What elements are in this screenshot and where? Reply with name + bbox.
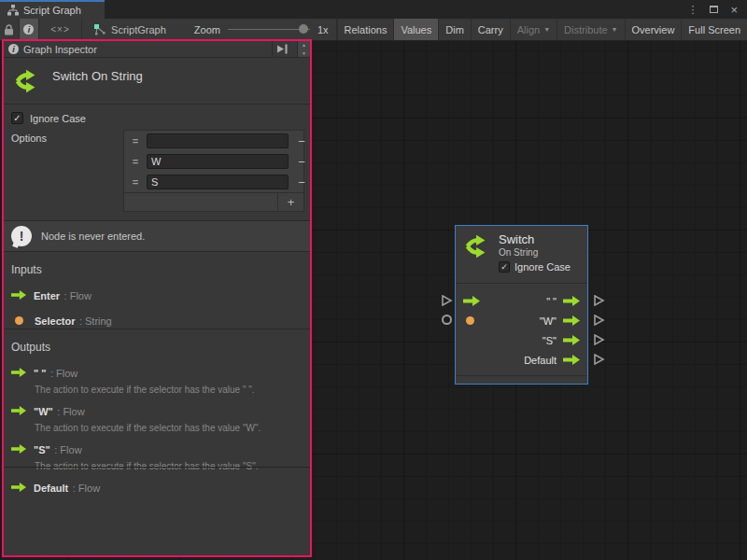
flow-arrow-icon xyxy=(11,444,26,454)
flow-arrow-icon xyxy=(11,406,26,415)
remove-option-button[interactable]: − xyxy=(289,175,315,189)
node-output-label: " " xyxy=(546,296,557,307)
node-port-row: Default xyxy=(463,350,580,370)
option-input[interactable] xyxy=(147,175,289,189)
relations-button[interactable]: Relations xyxy=(337,19,395,40)
ignore-case-checkbox[interactable]: ✓ xyxy=(11,112,23,124)
drag-handle-icon[interactable]: = xyxy=(124,135,147,147)
lock-button[interactable] xyxy=(0,19,20,40)
zoom-label: Zoom xyxy=(194,24,220,35)
external-flow-output-stub[interactable] xyxy=(593,315,605,326)
flow-output-port[interactable] xyxy=(563,315,580,326)
script-graph-window: Script Graph ⋮ × i <×> xyxy=(0,0,747,560)
zoom-slider[interactable] xyxy=(228,29,310,30)
switch-icon xyxy=(13,67,41,95)
node-port-row: " " xyxy=(463,291,580,311)
dim-button[interactable]: Dim xyxy=(439,19,472,40)
inspector-header: i Graph Inspector ▲ ▼ xyxy=(4,41,310,58)
node-output-label: "S" xyxy=(543,335,557,346)
output-port-row: "S" : Flow xyxy=(11,441,303,457)
output-port-row: "W" : Flow xyxy=(11,402,303,419)
dock-panel-button[interactable] xyxy=(272,41,292,57)
flow-output-port[interactable] xyxy=(563,296,580,306)
external-flow-output-stub[interactable] xyxy=(593,354,605,365)
external-flow-output-stub[interactable] xyxy=(593,334,605,345)
warning-box: ! Node is never entered. xyxy=(4,220,310,252)
flow-input-port[interactable] xyxy=(463,296,480,306)
outputs-section: Outputs " " : Flow The action to execute… xyxy=(4,329,310,467)
add-option-button[interactable]: + xyxy=(277,193,303,211)
switch-on-string-node[interactable]: Switch On String ✓ Ignore Case " " xyxy=(455,225,588,385)
values-button[interactable]: Values xyxy=(394,19,439,40)
close-icon[interactable]: × xyxy=(730,4,738,16)
flow-arrow-icon xyxy=(11,368,26,377)
ignore-case-row: ✓ Ignore Case xyxy=(11,112,303,124)
option-input[interactable] xyxy=(147,154,289,169)
zoom-control: Zoom 1x xyxy=(176,19,337,40)
output-port-description: The action to execute if the selector ha… xyxy=(35,385,303,396)
graph-hierarchy-icon xyxy=(7,5,19,16)
inspector-title-row: Switch On String xyxy=(4,58,310,105)
carry-button[interactable]: Carry xyxy=(472,19,511,40)
output-port-row: " " : Flow xyxy=(11,364,303,381)
code-view-button[interactable]: <×> xyxy=(39,19,82,40)
drag-handle-icon[interactable]: = xyxy=(124,176,147,188)
inspector-empty-area xyxy=(4,467,310,555)
inspector-node-title: Switch On String xyxy=(52,69,143,96)
warning-text: Node is never entered. xyxy=(41,231,145,242)
option-input[interactable] xyxy=(147,133,289,148)
inspector-header-title: Graph Inspector xyxy=(23,44,267,55)
input-port-row: Selector : String xyxy=(11,312,303,329)
selector-input-port[interactable] xyxy=(466,316,474,325)
inspector-form: ✓ Ignore Case Options = − = xyxy=(4,105,310,220)
node-ignore-case-checkbox[interactable]: ✓ xyxy=(499,261,510,273)
tab-title: Script Graph xyxy=(23,5,81,16)
node-port-row: "W" xyxy=(463,311,580,330)
remove-option-button[interactable]: − xyxy=(289,155,315,169)
node-title: Switch xyxy=(499,232,538,246)
node-body: " " "W" "S" xyxy=(456,284,587,375)
options-list-footer: + xyxy=(124,192,303,211)
spinner-up-icon[interactable]: ▲ xyxy=(298,41,310,49)
node-header[interactable]: Switch On String ✓ Ignore Case xyxy=(456,226,587,284)
node-output-label: "W" xyxy=(540,315,557,327)
dock-icon xyxy=(276,44,289,54)
external-flow-input-stub[interactable] xyxy=(441,295,453,306)
graph-toolbar: i <×> ScriptGraph Zoom 1x Relations Valu… xyxy=(0,19,747,41)
caret-down-icon: ▼ xyxy=(543,26,550,33)
input-port-row: Enter : Flow xyxy=(11,287,303,303)
spinner-down-icon[interactable]: ▼ xyxy=(298,49,310,58)
maximize-icon[interactable] xyxy=(710,6,718,13)
external-selector-input-stub[interactable] xyxy=(442,315,452,325)
breadcrumb[interactable]: ScriptGraph xyxy=(82,19,176,40)
outputs-header: Outputs xyxy=(11,341,303,354)
distribute-button[interactable]: Distribute▼ xyxy=(557,19,625,40)
inputs-header: Inputs xyxy=(11,263,303,276)
graph-inspector-panel: i Graph Inspector ▲ ▼ Switch On String xyxy=(2,39,312,557)
node-port-row: "S" xyxy=(463,330,580,350)
output-port-description: The action to execute if the selector ha… xyxy=(35,423,303,434)
info-icon: i xyxy=(23,24,34,35)
breadcrumb-label: ScriptGraph xyxy=(111,24,166,35)
drag-handle-icon[interactable]: = xyxy=(124,156,147,167)
overview-button[interactable]: Overview xyxy=(626,19,683,40)
flow-output-port[interactable] xyxy=(563,355,580,365)
zoom-value: 1x xyxy=(317,24,329,35)
flow-arrow-icon xyxy=(11,290,26,300)
align-button[interactable]: Align▼ xyxy=(511,19,557,40)
zoom-slider-handle[interactable] xyxy=(299,24,308,34)
external-flow-output-stub[interactable] xyxy=(593,295,605,306)
remove-option-button[interactable]: − xyxy=(289,134,315,148)
panel-spinner[interactable]: ▲ ▼ xyxy=(297,41,310,57)
code-icon: <×> xyxy=(50,24,70,35)
info-icon: i xyxy=(8,44,19,54)
fullscreen-button[interactable]: Full Screen xyxy=(682,19,747,40)
flow-output-port[interactable] xyxy=(563,335,580,345)
script-graph-icon xyxy=(93,23,106,35)
string-port-icon xyxy=(15,316,23,325)
tab-script-graph[interactable]: Script Graph xyxy=(0,0,105,19)
window-menu-icon[interactable]: ⋮ xyxy=(687,5,698,15)
inspector-toggle-button[interactable]: i xyxy=(20,19,39,40)
options-list: = − = − = − xyxy=(123,130,304,212)
node-output-label: Default xyxy=(524,355,557,366)
